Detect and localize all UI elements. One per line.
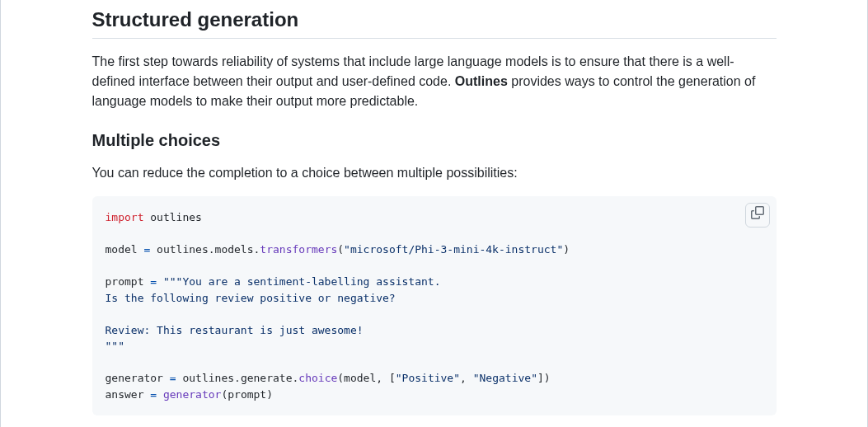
code-token: ) xyxy=(563,243,570,256)
copy-button[interactable] xyxy=(745,203,770,228)
code-token: Is the following review positive or nega… xyxy=(106,292,396,304)
code-token: (model, [ xyxy=(337,372,395,384)
code-line xyxy=(106,354,763,371)
code-token: "Positive" xyxy=(396,372,460,384)
subsection-intro: You can reduce the completion to a choic… xyxy=(92,163,777,183)
code-token: choice xyxy=(298,372,337,384)
code-line: generator = outlines.generate.choice(mod… xyxy=(106,370,763,387)
code-token: model xyxy=(106,243,144,256)
section-heading: Structured generation xyxy=(92,0,777,39)
code-token: outlines.models. xyxy=(150,243,260,256)
copy-icon xyxy=(751,206,764,224)
code-line xyxy=(106,306,763,322)
intro-text-bold: Outlines xyxy=(455,74,508,88)
code-token: """ xyxy=(106,340,124,352)
code-token: = xyxy=(150,388,157,401)
code-token: """You are a sentiment-labelling assista… xyxy=(163,275,441,288)
code-line: Is the following review positive or nega… xyxy=(106,290,763,307)
code-token: prompt xyxy=(106,275,151,288)
code-token: generator xyxy=(163,388,221,401)
code-token: transformers xyxy=(260,243,337,256)
code-line xyxy=(106,258,763,274)
code-token: "Negative" xyxy=(473,372,537,384)
code-token: (prompt) xyxy=(221,388,273,401)
code-token: ]) xyxy=(537,372,551,384)
code-token: , xyxy=(460,372,473,384)
code-token xyxy=(157,275,163,288)
code-token: "microsoft/Phi-3-mini-4k-instruct" xyxy=(344,243,563,256)
code-token: Review: This restaurant is just awesome! xyxy=(106,324,364,336)
code-token: ( xyxy=(337,243,344,256)
code-token: = xyxy=(170,372,176,384)
code-line: import outlines xyxy=(106,209,763,226)
code-token: outlines xyxy=(143,211,201,223)
code-line: prompt = """You are a sentiment-labellin… xyxy=(106,274,763,290)
code-line: answer = generator(prompt) xyxy=(106,387,763,403)
code-token: generator xyxy=(106,372,170,384)
code-block: import outlines model = outlines.models.… xyxy=(92,196,777,415)
code-line xyxy=(106,226,763,242)
code-line: Review: This restaurant is just awesome! xyxy=(106,322,763,339)
code-token xyxy=(157,388,163,401)
section-intro: The first step towards reliability of sy… xyxy=(92,52,777,111)
code-token: outlines.generate. xyxy=(176,372,299,384)
code-token: = xyxy=(150,275,157,288)
code-line: """ xyxy=(106,338,763,354)
code-token: import xyxy=(106,211,144,223)
code-line: model = outlines.models.transformers("mi… xyxy=(106,242,763,258)
code-token: answer xyxy=(106,388,151,401)
subsection-heading: Multiple choices xyxy=(92,131,777,150)
